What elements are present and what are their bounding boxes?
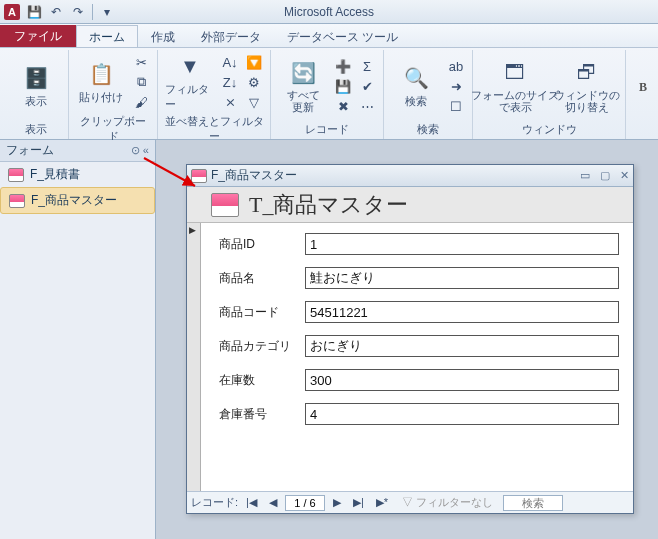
nav-item-product-master-form[interactable]: F_商品マスター — [0, 187, 155, 214]
field-label: 商品コード — [219, 304, 305, 321]
size-form-label: フォームのサイズ で表示 — [471, 89, 559, 113]
field-input-warehouse[interactable] — [305, 403, 619, 425]
first-record-icon[interactable]: |◀ — [242, 496, 261, 509]
more-records-icon[interactable]: ⋯ — [357, 97, 377, 115]
field-input-product-code[interactable] — [305, 301, 619, 323]
refresh-label: すべて 更新 — [287, 89, 320, 113]
save-icon[interactable]: 💾 — [26, 4, 42, 20]
group-format: B I U — [626, 50, 658, 139]
field-input-product-name[interactable] — [305, 267, 619, 289]
delete-record-icon[interactable]: ✖ — [333, 97, 353, 115]
field-row-warehouse: 倉庫番号 — [219, 403, 619, 425]
field-input-product-id[interactable] — [305, 233, 619, 255]
nav-collapse-icon[interactable]: ⊙ « — [131, 144, 149, 157]
next-record-icon[interactable]: ▶ — [329, 496, 345, 509]
bold-icon[interactable]: B — [636, 80, 650, 95]
close-icon[interactable]: ✕ — [620, 169, 629, 182]
tab-home[interactable]: ホーム — [76, 25, 138, 47]
field-input-product-category[interactable] — [305, 335, 619, 357]
group-view-label: 表示 — [10, 122, 62, 139]
new-record-nav-icon[interactable]: ▶* — [372, 496, 392, 509]
filter-label: フィルター — [165, 82, 215, 112]
form-icon — [191, 169, 207, 183]
filter-icon: ▼ — [176, 52, 204, 80]
sort-asc-icon[interactable]: A↓ — [220, 53, 240, 71]
field-row-product-id: 商品ID — [219, 233, 619, 255]
ribbon-tabs: ファイル ホーム 作成 外部データ データベース ツール — [0, 24, 658, 48]
mdi-area: F_商品マスター ▭ ▢ ✕ T_商品マスター 商品ID 商 — [156, 140, 658, 539]
paste-label: 貼り付け — [79, 90, 123, 105]
view-icon: 🗄️ — [22, 64, 50, 92]
record-nav-label: レコード: — [191, 495, 238, 510]
form-titlebar[interactable]: F_商品マスター ▭ ▢ ✕ — [187, 165, 633, 187]
nav-header-label: フォーム — [6, 142, 54, 159]
app-icon: A — [4, 4, 20, 20]
field-row-product-name: 商品名 — [219, 267, 619, 289]
new-record-icon[interactable]: ➕ — [333, 57, 353, 75]
totals-icon[interactable]: Σ — [357, 57, 377, 75]
record-search-input[interactable] — [503, 495, 563, 511]
copy-icon[interactable]: ⧉ — [131, 73, 151, 91]
switch-window-button[interactable]: 🗗 ウィンドウの 切り替え — [555, 54, 619, 118]
refresh-all-button[interactable]: 🔄 すべて 更新 — [277, 54, 329, 118]
record-selector[interactable] — [187, 223, 201, 491]
replace-icon[interactable]: ab — [446, 57, 466, 75]
form-icon — [8, 168, 24, 182]
size-to-form-button[interactable]: 🗔 フォームのサイズ で表示 — [479, 54, 551, 118]
group-find: 🔍 検索 ab ➜ ☐ 検索 — [384, 50, 473, 139]
selection-filter-icon[interactable]: 🔽 — [244, 53, 264, 71]
filter-button[interactable]: ▼ フィルター — [164, 50, 216, 114]
tab-external[interactable]: 外部データ — [188, 25, 274, 47]
prev-record-icon[interactable]: ◀ — [265, 496, 281, 509]
workspace: フォーム ⊙ « F_見積書 F_商品マスター F_商品マスター ▭ ▢ ✕ — [0, 140, 658, 539]
field-label: 在庫数 — [219, 372, 305, 389]
paste-button[interactable]: 📋 貼り付け — [75, 50, 127, 114]
paste-icon: 📋 — [87, 60, 115, 88]
tab-dbtools[interactable]: データベース ツール — [274, 25, 411, 47]
toggle-filter-icon[interactable]: ▽ — [244, 93, 264, 111]
size-form-icon: 🗔 — [501, 59, 529, 87]
group-window-label: ウィンドウ — [479, 122, 619, 139]
group-find-label: 検索 — [390, 122, 466, 139]
undo-icon[interactable]: ↶ — [48, 4, 64, 20]
save-record-icon[interactable]: 💾 — [333, 77, 353, 95]
group-view: 🗄️ 表示 表示 — [4, 50, 69, 139]
field-row-product-code: 商品コード — [219, 301, 619, 323]
group-window: 🗔 フォームのサイズ で表示 🗗 ウィンドウの 切り替え ウィンドウ — [473, 50, 626, 139]
nav-item-label: F_見積書 — [30, 166, 80, 183]
form-window: F_商品マスター ▭ ▢ ✕ T_商品マスター 商品ID 商 — [186, 164, 634, 514]
group-records: 🔄 すべて 更新 ➕ 💾 ✖ Σ ✔ ⋯ レコード — [271, 50, 384, 139]
maximize-icon[interactable]: ▢ — [600, 169, 610, 182]
tab-create[interactable]: 作成 — [138, 25, 188, 47]
tab-file[interactable]: ファイル — [0, 25, 76, 47]
spelling-icon[interactable]: ✔ — [357, 77, 377, 95]
form-detail: 商品ID 商品名 商品コード 商品カテゴリ 在庫数 — [187, 223, 633, 491]
field-input-stock[interactable] — [305, 369, 619, 391]
group-records-label: レコード — [277, 122, 377, 139]
sort-desc-icon[interactable]: Z↓ — [220, 73, 240, 91]
last-record-icon[interactable]: ▶| — [349, 496, 368, 509]
qat-customize-icon[interactable]: ▾ — [99, 4, 115, 20]
clear-sort-icon[interactable]: ⨯ — [220, 93, 240, 111]
record-position-input[interactable] — [285, 495, 325, 511]
group-sort-filter: ▼ フィルター A↓ Z↓ ⨯ 🔽 ⚙ ▽ 並べ替えとフィルター — [158, 50, 271, 139]
nav-item-label: F_商品マスター — [31, 192, 117, 209]
record-navigator: レコード: |◀ ◀ ▶ ▶| ▶* ▽ フィルターなし — [187, 491, 633, 513]
field-row-stock: 在庫数 — [219, 369, 619, 391]
qat-separator — [92, 4, 93, 20]
minimize-icon[interactable]: ▭ — [580, 169, 590, 182]
refresh-icon: 🔄 — [289, 59, 317, 87]
filter-off-icon: ▽ — [402, 496, 413, 508]
field-label: 商品ID — [219, 236, 305, 253]
cut-icon[interactable]: ✂ — [131, 53, 151, 71]
select-icon[interactable]: ☐ — [446, 97, 466, 115]
goto-icon[interactable]: ➜ — [446, 77, 466, 95]
form-window-title: F_商品マスター — [211, 167, 297, 184]
nav-header[interactable]: フォーム ⊙ « — [0, 140, 155, 162]
view-button[interactable]: 🗄️ 表示 — [10, 54, 62, 118]
redo-icon[interactable]: ↷ — [70, 4, 86, 20]
advanced-filter-icon[interactable]: ⚙ — [244, 73, 264, 91]
nav-item-estimate-form[interactable]: F_見積書 — [0, 162, 155, 187]
format-painter-icon[interactable]: 🖌 — [131, 93, 151, 111]
find-button[interactable]: 🔍 検索 — [390, 54, 442, 118]
